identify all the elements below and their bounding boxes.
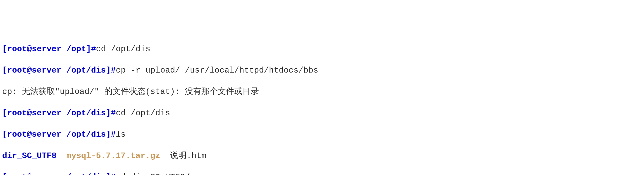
command-text: cd /opt/dis (96, 44, 150, 54)
ls-gap (57, 151, 66, 160)
prompt-path: /opt/dis (66, 66, 106, 75)
ls-directory: dir_SC_UTF8 (2, 151, 57, 160)
prompt-user-host: root@server (7, 130, 61, 139)
terminal-line: [root@server /opt/dis]#cd dir_SC_UTF8/ (2, 172, 642, 175)
prompt-space (61, 66, 66, 75)
ls-archive: mysql-5.7.17.tar.gz (66, 151, 160, 160)
prompt-close: ]# (106, 108, 116, 118)
terminal-output-line: cp: 无法获取"upload/" 的文件状态(stat): 没有那个文件或目录 (2, 87, 642, 97)
prompt-close: ]# (106, 66, 116, 75)
prompt-space (61, 108, 66, 118)
ls-output-line: dir_SC_UTF8 mysql-5.7.17.tar.gz 说明.htm (2, 151, 642, 161)
prompt-path: /opt/dis (66, 173, 106, 175)
ls-gap (160, 151, 170, 160)
prompt-bracket-open: [ (2, 108, 7, 118)
command-text: cp -r upload/ /usr/local/httpd/htdocs/bb… (116, 66, 318, 75)
prompt-user-host: root@server (7, 66, 61, 75)
prompt-user-host: root@server (7, 108, 61, 118)
command-text: cd dir_SC_UTF8/ (116, 173, 190, 175)
prompt-close: ]# (106, 130, 116, 139)
prompt-space (61, 173, 66, 175)
error-output: cp: 无法获取"upload/" 的文件状态(stat): 没有那个文件或目录 (2, 87, 259, 96)
prompt-bracket-open: [ (2, 173, 7, 175)
prompt-user-host: root@server (7, 44, 61, 54)
prompt-space (61, 44, 66, 54)
prompt-path: /opt/dis (66, 108, 106, 118)
prompt-path: /opt (66, 44, 86, 54)
prompt-close: ]# (86, 44, 96, 54)
terminal-line: [root@server /opt]#cd /opt/dis (2, 44, 642, 54)
command-text: ls (116, 130, 126, 139)
command-text: cd /opt/dis (116, 108, 170, 118)
prompt-user-host: root@server (7, 173, 61, 175)
ls-file: 说明.htm (170, 151, 206, 160)
prompt-path: /opt/dis (66, 130, 106, 139)
prompt-close: ]# (106, 173, 116, 175)
terminal-line: [root@server /opt/dis]#cd /opt/dis (2, 108, 642, 119)
terminal-line: [root@server /opt/dis]#cp -r upload/ /us… (2, 65, 642, 76)
terminal-line: [root@server /opt/dis]#ls (2, 129, 642, 140)
prompt-bracket-open: [ (2, 66, 7, 75)
prompt-space (61, 130, 66, 139)
prompt-bracket-open: [ (2, 130, 7, 139)
prompt-bracket-open: [ (2, 44, 7, 54)
